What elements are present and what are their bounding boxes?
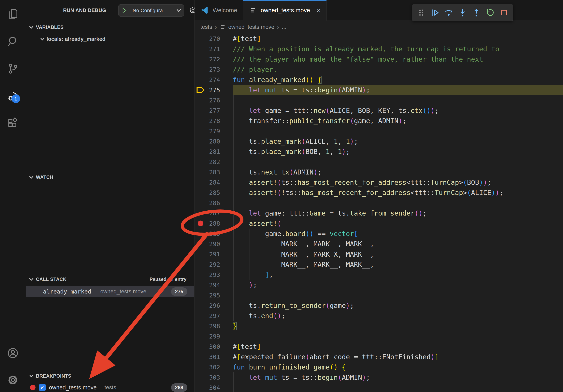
breakpoints-header[interactable]: BREAKPOINTS — [26, 370, 194, 381]
code-text[interactable] — [233, 382, 563, 392]
code-line-300[interactable]: 300#[test] — [194, 341, 563, 352]
code-text[interactable]: MARK__, MARK__, MARK__, — [233, 259, 563, 270]
explorer-icon[interactable] — [7, 8, 19, 20]
extensions-icon[interactable] — [7, 117, 19, 129]
breakpoint-row[interactable]: ✓ owned_tests.move tests 288 — [26, 382, 194, 392]
gutter-line-286[interactable]: 286 — [194, 198, 233, 208]
gutter-line-296[interactable]: 296 — [194, 301, 233, 311]
code-text[interactable]: MARK__, MARK_X, MARK__, — [233, 249, 563, 259]
code-line-288[interactable]: 288 assert!( — [194, 218, 563, 229]
watch-header[interactable]: WATCH — [26, 172, 194, 183]
code-line-278[interactable]: 278 transfer::public_transfer(game, ADMI… — [194, 116, 563, 126]
gutter-line-295[interactable]: 295 — [194, 290, 233, 301]
code-line-287[interactable]: 287 let game: ttt::Game = ts.take_from_s… — [194, 208, 563, 218]
debug-config-picker[interactable]: No Configura — [118, 4, 184, 17]
code-line-293[interactable]: 293 ], — [194, 270, 563, 280]
code-text[interactable]: #[expected_failure(abort_code = ttt::ENo… — [233, 352, 563, 362]
code-text[interactable] — [233, 157, 563, 167]
tab-welcome[interactable]: Welcome — [194, 0, 243, 21]
gutter-line-270[interactable]: 270 — [194, 34, 233, 44]
close-icon[interactable]: × — [317, 7, 321, 14]
code-line-292[interactable]: 292 MARK__, MARK__, MARK__, — [194, 259, 563, 270]
code-text[interactable]: assert!( — [233, 218, 563, 229]
code-line-297[interactable]: 297 ts.end(); — [194, 311, 563, 321]
code-line-290[interactable]: 290 MARK__, MARK__, MARK__, — [194, 239, 563, 249]
code-line-302[interactable]: 302fun burn_unfinished_game() { — [194, 362, 563, 372]
code-text[interactable]: assert!(ts::has_most_recent_for_address<… — [233, 177, 563, 187]
code-line-281[interactable]: 281 ts.place_mark(BOB, 1, 1); — [194, 146, 563, 157]
code-line-303[interactable]: 303 let mut ts = ts::begin(ADMIN); — [194, 372, 563, 382]
code-line-277[interactable]: 277 let game = ttt::new(ALICE, BOB, KEY,… — [194, 105, 563, 116]
gutter-line-301[interactable]: 301 — [194, 352, 233, 362]
code-text[interactable]: /// the player who made the "false" move… — [233, 54, 563, 64]
step-over-icon[interactable] — [444, 8, 454, 17]
code-text[interactable] — [233, 126, 563, 136]
code-text[interactable]: /// When a position is already marked, t… — [233, 44, 563, 54]
breadcrumb-item-tests[interactable]: tests — [200, 24, 212, 30]
code-text[interactable]: fun burn_unfinished_game() { — [233, 362, 563, 372]
code-text[interactable]: MARK__, MARK__, MARK__, — [233, 239, 563, 249]
code-text[interactable]: } — [233, 321, 563, 331]
search-icon[interactable] — [7, 35, 19, 48]
code-text[interactable]: let mut ts = ts::begin(ADMIN); — [233, 85, 563, 95]
gutter-line-303[interactable]: 303 — [194, 372, 233, 382]
step-out-icon[interactable] — [472, 8, 481, 17]
variables-header[interactable]: VARIABLES — [26, 22, 194, 33]
breakpoint-checkbox[interactable]: ✓ — [39, 384, 46, 391]
code-line-272[interactable]: 272/// the player who made the "false" m… — [194, 54, 563, 64]
code-text[interactable] — [233, 198, 563, 208]
gutter-line-290[interactable]: 290 — [194, 239, 233, 249]
breadcrumb-item-file[interactable]: owned_tests.move — [228, 24, 274, 30]
code-text[interactable]: fun already_marked() { — [233, 75, 563, 85]
code-line-286[interactable]: 286 — [194, 198, 563, 208]
account-icon[interactable] — [7, 347, 19, 359]
gutter-line-275[interactable]: 275 — [194, 85, 233, 95]
code-line-296[interactable]: 296 ts.return_to_sender(game); — [194, 301, 563, 311]
start-debug-icon[interactable] — [118, 7, 130, 14]
code-line-298[interactable]: 298} — [194, 321, 563, 331]
code-text[interactable]: /// player. — [233, 64, 563, 75]
code-text[interactable]: ts.place_mark(ALICE, 1, 1); — [233, 136, 563, 146]
gutter-line-298[interactable]: 298 — [194, 321, 233, 331]
gutter-line-288[interactable]: 288 — [194, 218, 233, 229]
code-line-275[interactable]: 275 let mut ts = ts::begin(ADMIN); — [194, 85, 563, 95]
code-line-299[interactable]: 299 — [194, 331, 563, 341]
gutter-line-282[interactable]: 282 — [194, 157, 233, 167]
gutter-line-291[interactable]: 291 — [194, 249, 233, 259]
continue-icon[interactable] — [430, 8, 440, 17]
gutter-line-271[interactable]: 271 — [194, 44, 233, 54]
gutter-line-279[interactable]: 279 — [194, 126, 233, 136]
code-text[interactable]: assert!(!ts::has_most_recent_for_address… — [233, 187, 563, 198]
variables-scope-row[interactable]: locals: already_marked — [26, 34, 194, 44]
code-text[interactable]: let game = ttt::new(ALICE, BOB, KEY, ts.… — [233, 105, 563, 116]
code-line-280[interactable]: 280 ts.place_mark(ALICE, 1, 1); — [194, 136, 563, 146]
code-line-274[interactable]: 274fun already_marked() { — [194, 75, 563, 85]
gutter-line-294[interactable]: 294 — [194, 280, 233, 290]
code-text[interactable] — [233, 290, 563, 301]
gutter-line-280[interactable]: 280 — [194, 136, 233, 146]
code-text[interactable]: ], — [233, 270, 563, 280]
gutter-line-276[interactable]: 276 — [194, 95, 233, 105]
step-into-icon[interactable] — [458, 8, 467, 17]
gutter-line-273[interactable]: 273 — [194, 64, 233, 75]
code-line-282[interactable]: 282 — [194, 157, 563, 167]
breadcrumb-item-symbol[interactable]: ... — [282, 24, 286, 30]
code-text[interactable]: ts.place_mark(BOB, 1, 1); — [233, 146, 563, 157]
call-stack-header[interactable]: CALL STACK Paused on entry — [26, 274, 194, 285]
code-text[interactable] — [233, 95, 563, 105]
gutter-line-283[interactable]: 283 — [194, 167, 233, 177]
stack-frame-row[interactable]: already_marked owned_tests.move 275 — [26, 286, 194, 297]
gutter-line-297[interactable]: 297 — [194, 311, 233, 321]
gutter-line-272[interactable]: 272 — [194, 54, 233, 64]
source-control-icon[interactable] — [7, 63, 19, 75]
gutter-line-287[interactable]: 287 — [194, 208, 233, 218]
tab-owned-tests-move[interactable]: owned_tests.move × — [243, 0, 327, 21]
code-line-271[interactable]: 271/// When a position is already marked… — [194, 44, 563, 54]
code-line-276[interactable]: 276 — [194, 95, 563, 105]
gutter-line-304[interactable]: 304 — [194, 382, 233, 392]
code-text[interactable]: #[test] — [233, 34, 563, 44]
config-picker-label[interactable]: No Configura — [130, 8, 176, 14]
code-line-285[interactable]: 285 assert!(!ts::has_most_recent_for_add… — [194, 187, 563, 198]
code-line-304[interactable]: 304 — [194, 382, 563, 392]
code-text[interactable]: #[test] — [233, 341, 563, 352]
